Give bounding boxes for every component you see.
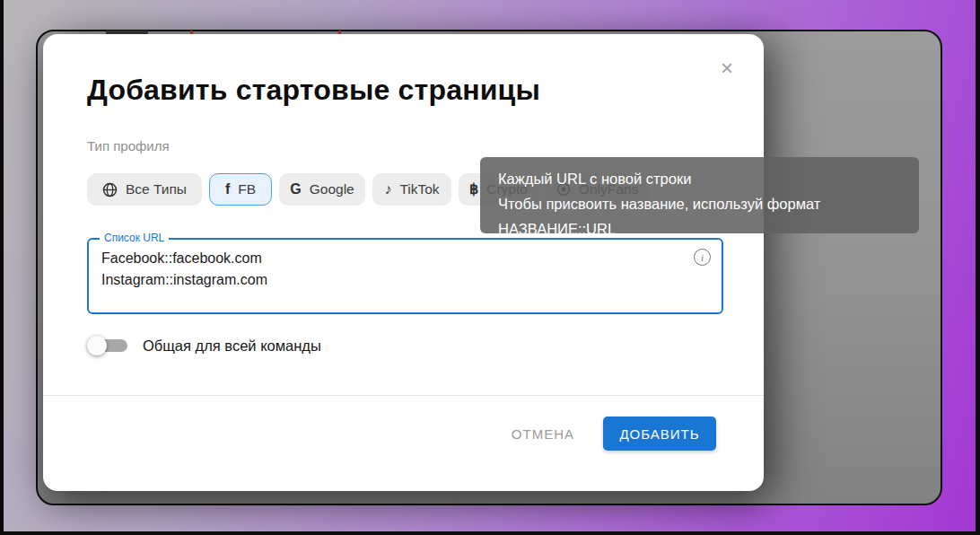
cancel-button[interactable]: ОТМЕНА	[506, 417, 580, 451]
chip-label: Все Типы	[126, 181, 187, 197]
profile-type-label: Тип профиля	[87, 138, 170, 153]
tiktok-icon: ♪	[384, 182, 391, 197]
screen-edge-bottom	[0, 531, 980, 535]
team-shared-label: Общая для всей команды	[143, 338, 321, 355]
tooltip-line: Чтобы присвоить название, используй форм…	[498, 191, 901, 216]
chip-google[interactable]: G Google	[279, 173, 365, 206]
crypto-icon: ฿	[469, 182, 478, 197]
team-shared-toggle[interactable]	[90, 339, 127, 352]
tooltip-line: Каждый URL с новой строки	[498, 166, 901, 191]
add-button[interactable]: ДОБАВИТЬ	[603, 417, 716, 451]
add-start-pages-dialog: × Добавить стартовые страницы Тип профил…	[43, 34, 764, 491]
chip-label: FB	[238, 181, 256, 197]
screen-edge-right	[976, 0, 980, 535]
footer-divider	[43, 395, 764, 396]
dialog-title: Добавить стартовые страницы	[87, 74, 540, 107]
screen-edge-left	[0, 0, 4, 535]
chip-label: TikTok	[399, 181, 439, 197]
google-icon: G	[290, 182, 301, 197]
chip-tiktok[interactable]: ♪ TikTok	[372, 173, 451, 206]
toggle-thumb	[87, 336, 107, 355]
chip-label: Google	[310, 181, 354, 197]
facebook-icon: f	[225, 182, 230, 197]
close-icon[interactable]: ×	[714, 56, 739, 81]
dialog-footer: ОТМЕНА ДОБАВИТЬ	[506, 417, 716, 451]
screenshot-canvas: × Добавить стартовые страницы Тип профил…	[0, 0, 980, 535]
chip-all-types[interactable]: Все Типы	[87, 173, 202, 206]
url-list-field: Список URL Facebook::facebook.com Instag…	[87, 238, 723, 314]
globe-icon	[102, 182, 118, 197]
url-list-input[interactable]: Facebook::facebook.com Instagram::instag…	[89, 240, 722, 312]
info-icon[interactable]: i	[694, 249, 711, 266]
url-format-tooltip: Каждый URL с новой строки Чтобы присвоит…	[480, 157, 919, 233]
tooltip-line: НАЗВАНИЕ::URL	[498, 216, 901, 241]
team-shared-row: Общая для всей команды	[87, 332, 321, 359]
chip-fb[interactable]: f FB	[209, 173, 272, 206]
